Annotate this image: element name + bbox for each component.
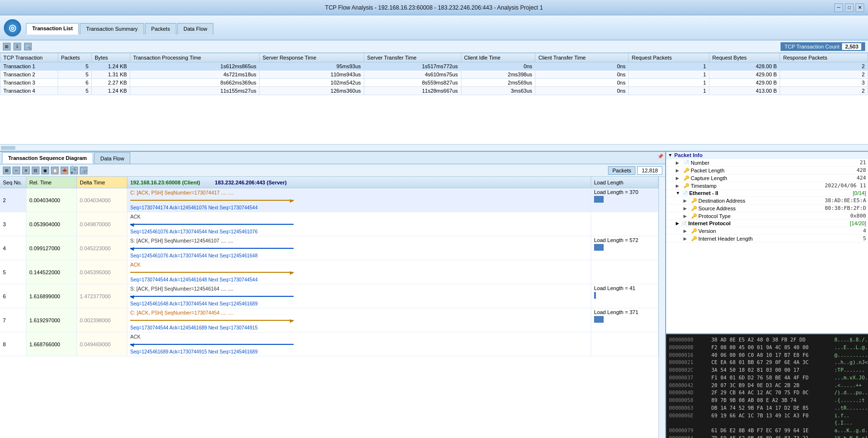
tree-expand-icon[interactable]: ▶ (676, 176, 682, 181)
col-header-client-idle[interactable]: Client Idle Time (461, 53, 535, 62)
col-header-req-packets[interactable]: Request Packets (629, 53, 709, 62)
grid-icon[interactable]: ⊞ (3, 43, 11, 50)
page-icon: 📄 (683, 160, 689, 165)
seq-loadlen: Load Length = 41 (591, 284, 658, 308)
seq-tool-6[interactable]: 📤 (61, 167, 68, 174)
tree-expand-icon[interactable]: ▶ (683, 214, 690, 219)
tree-expand-icon[interactable]: ▶ (683, 236, 690, 241)
col-header-client-transfer[interactable]: Client Transfer Time (535, 53, 629, 62)
hex-ascii: }Y.b.N.F.s! (834, 435, 868, 438)
col-header-server-transfer[interactable]: Server Transfer Time (364, 53, 461, 62)
seq-tool-2[interactable]: ↔ (12, 167, 20, 174)
col-header-proc-time[interactable]: Transaction Processing Time (130, 53, 260, 62)
seq-row[interactable]: 5 0.144522000 0.045395000 ACK ▶ Seq=1730… (0, 260, 658, 284)
seq-tool-zoomin[interactable]: 🔍+ (70, 167, 78, 174)
tree-value: 80:38:FB:2F:D (825, 205, 866, 211)
tree-expand-icon[interactable]: ▼ (676, 191, 680, 195)
tree-expand-icon[interactable]: ▶ (676, 221, 679, 226)
seq-tool-5[interactable]: 📋 (51, 167, 59, 174)
seq-tool-zoomout[interactable]: 🔍- (80, 167, 87, 174)
hex-bytes: 40 06 00 00 C0 A8 10 17 B7 E8 F6 (711, 352, 827, 359)
maximize-button[interactable]: □ (845, 3, 854, 12)
cell-client-idle: 0ns (461, 62, 535, 71)
col-header-resp-packets[interactable]: Response Packets (780, 53, 868, 62)
seq-col-deltatime: Delta Time (77, 177, 127, 188)
packet-tree[interactable]: ▼ Packet Info ▶ 📄 Number 21 ▶ 🔑 Packet L… (666, 152, 868, 333)
tree-section-internet-protocol[interactable]: ▶ 📄 Internet Protocol [14/20] (666, 220, 868, 227)
seq-body[interactable]: 2 0.004034000 0.004034000 C: [ACK, PSH] … (0, 188, 658, 438)
tree-label: Internet Header Length (698, 236, 863, 242)
seq-tool-1[interactable]: ⊞ (3, 167, 11, 174)
tab-seq-diagram[interactable]: Transaction Sequence Diagram (2, 152, 93, 164)
pin-button[interactable]: 📌 (657, 154, 663, 159)
tree-item[interactable]: ▶ 🔑 Timestamp 2022/04/06 11 (666, 182, 868, 190)
transaction-table-container[interactable]: TCP Transaction Packets Bytes Transactio… (0, 53, 868, 144)
seq-row[interactable]: 3 0.053904000 0.049870000 ACK ◀ Seq=1245… (0, 212, 658, 236)
seq-seqno: 3 (0, 212, 26, 236)
tree-expand-icon[interactable]: ▶ (676, 160, 682, 165)
cell-client-transfer: 0ns (535, 87, 629, 95)
seq-row[interactable]: 7 1.619297000 0.002398000 C: [ACK, PSH] … (0, 308, 658, 332)
tree-item[interactable]: ▶ 🔑 Protocol Type 0x800 (666, 212, 868, 220)
tab-transaction-list[interactable]: Transaction List (26, 23, 79, 35)
seq-reltime: 0.053904000 (26, 212, 77, 236)
cell-packets: 6 (58, 79, 92, 87)
hex-dump[interactable]: 00000000 38 AD 8E E5 A2 48 0 38 FB 2F DD… (666, 333, 868, 438)
seq-vertical-scrollbar[interactable] (658, 177, 665, 438)
tree-label: Protocol Type (698, 213, 850, 219)
seq-main-text: C: [ACK, PSH] SeqNumber=173074454 .... .… (130, 310, 234, 316)
col-header-bytes[interactable]: Bytes (92, 53, 130, 62)
hex-offset: 00000079 (669, 427, 704, 435)
seq-tool-grid[interactable]: ⊟ (32, 167, 39, 174)
seq-row[interactable]: 6 1.616899000 1.472377000 S: [ACK, PSH] … (0, 284, 658, 308)
cell-req-packets: 1 (629, 79, 709, 87)
tab-packets[interactable]: Packets (145, 23, 176, 35)
hex-offset: 00000000 (669, 336, 704, 344)
tab-data-flow[interactable]: Data Flow (177, 23, 214, 35)
minimize-button[interactable]: ─ (834, 3, 843, 12)
tree-item[interactable]: ▶ 🔑 Destination Address 38:AD:8E:E5:A (666, 197, 868, 205)
tree-item[interactable]: ▶ 🔑 Capture Length 424 (666, 174, 868, 182)
seq-diagram: Seq No. Rel. Time Delta Time 192.168.16.… (0, 177, 658, 438)
col-header-packets[interactable]: Packets (58, 53, 92, 62)
seq-tool-list[interactable]: ≡ (22, 167, 30, 174)
export-icon[interactable]: ⇩ (13, 43, 21, 50)
tree-item[interactable]: ▶ 📄 Number 21 (666, 159, 868, 167)
tree-section-packet-info[interactable]: ▼ Packet Info (666, 152, 868, 159)
seq-row[interactable]: 4 0.099127000 0.045223000 S: [ACK, PSH] … (0, 236, 658, 260)
tree-expand-icon[interactable]: ▶ (683, 206, 690, 211)
table-row[interactable]: Transaction 4 5 1.24 KB 11s155ms27us 126… (0, 87, 868, 95)
search-icon[interactable]: 🔍 (24, 43, 32, 50)
table-horizontal-scrollbar[interactable] (0, 144, 868, 151)
table-row[interactable]: Transaction 1 5 1.24 KB 1s612ms865us 95m… (0, 62, 868, 71)
close-button[interactable]: ✕ (856, 3, 864, 12)
tree-expand-icon[interactable]: ▶ (683, 198, 690, 203)
cell-client-idle: 3ms63us (461, 87, 535, 95)
tree-expand-icon[interactable]: ▼ (668, 153, 672, 158)
seq-tool-rec[interactable]: ◉ (41, 167, 49, 174)
table-row[interactable]: Transaction 3 6 2.27 KB 8s662ms369us 102… (0, 79, 868, 87)
cell-req-packets: 1 (629, 87, 709, 95)
cell-proc-time: 11s155ms27us (130, 87, 260, 95)
tree-item[interactable]: ▶ 🔑 Source Address 80:38:FB:2F:D (666, 205, 868, 212)
tab-transaction-summary[interactable]: Transaction Summary (80, 23, 144, 35)
tree-expand-icon[interactable]: ▶ (683, 229, 690, 233)
col-header-server-resp[interactable]: Server Response Time (260, 53, 364, 62)
seq-deltatime: 1.472377000 (77, 284, 127, 308)
seq-reltime: 1.668766000 (26, 332, 77, 356)
seq-row[interactable]: 8 1.668766000 0.049469000 ACK ◀ Seq=1245… (0, 332, 658, 356)
table-row[interactable]: Transaction 2 5 1.31 KB 4s721ms18us 110m… (0, 71, 868, 79)
hex-bytes: 89 7B 9B 08 AB 08 E A2 3B 74 (711, 397, 827, 404)
seq-row[interactable]: 2 0.004034000 0.004034000 C: [ACK, PSH] … (0, 188, 658, 212)
tcp-count-value: 2,503 (842, 43, 861, 50)
col-header-tcp[interactable]: TCP Transaction (0, 53, 58, 62)
tree-item[interactable]: ▶ 🔑 Internet Header Length 5 (666, 235, 868, 243)
load-text: Load Length = 370 (594, 189, 638, 195)
tree-section-ethernet[interactable]: ▼ 📄 Ethernet - II [0/14] (666, 190, 868, 197)
tree-expand-icon[interactable]: ▶ (676, 183, 682, 188)
col-header-req-bytes[interactable]: Request Bytes (709, 53, 780, 62)
tree-expand-icon[interactable]: ▶ (676, 168, 682, 173)
tree-item[interactable]: ▶ 🔑 Version 4 (666, 227, 868, 235)
tree-item[interactable]: ▶ 🔑 Packet Length 428 (666, 167, 868, 174)
tab-data-flow-2[interactable]: Data Flow (94, 152, 131, 164)
